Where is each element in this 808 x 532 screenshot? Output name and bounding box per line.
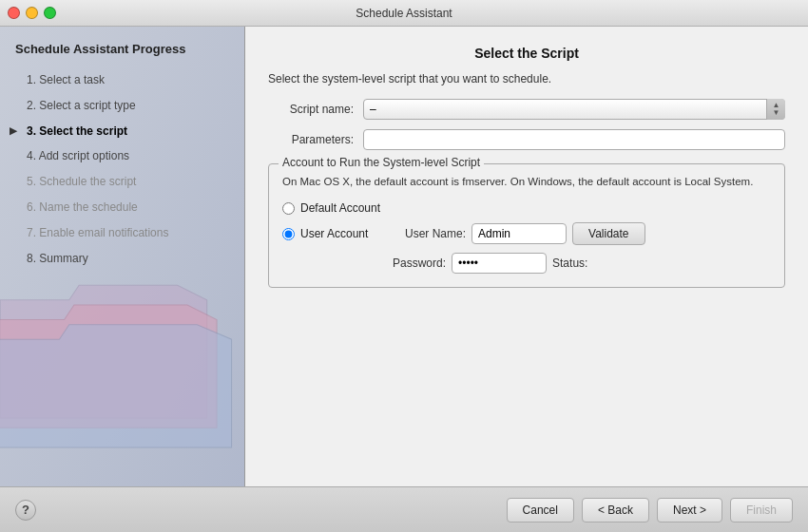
sidebar-item-select-script: 3. Select the script [0, 119, 244, 144]
next-button[interactable]: Next > [657, 498, 722, 522]
sidebar-title: Schedule Assistant Progress [0, 42, 244, 67]
user-name-input[interactable] [471, 223, 567, 244]
minimize-button[interactable] [26, 7, 38, 19]
finish-button[interactable]: Finish [730, 498, 793, 522]
group-box-description: On Mac OS X, the default account is fmse… [282, 174, 771, 190]
content-title: Select the Script [268, 46, 785, 61]
password-label: Password: [393, 256, 446, 270]
folder-decoration [0, 221, 244, 467]
user-account-radio[interactable] [282, 228, 295, 240]
maximize-button[interactable] [44, 7, 56, 19]
window-title: Schedule Assistant [356, 7, 452, 20]
user-name-label: User Name: [405, 227, 466, 240]
main-container: Schedule Assistant Progress 1. Select a … [0, 27, 808, 486]
title-bar: Schedule Assistant [0, 0, 808, 27]
sidebar-item-schedule-script: 5. Schedule the script [0, 169, 244, 195]
script-name-select[interactable]: – [363, 99, 785, 120]
script-name-row: Script name: – ▲▼ [268, 99, 785, 120]
default-account-radio[interactable] [282, 202, 295, 215]
sidebar-item-select-script-type: 2. Select a script type [0, 93, 244, 119]
default-account-label: Default Account [300, 201, 405, 215]
content-description: Select the system-level script that you … [268, 72, 785, 86]
password-input[interactable] [452, 253, 547, 274]
script-name-select-wrapper[interactable]: – ▲▼ [363, 99, 785, 120]
cancel-button[interactable]: Cancel [507, 498, 574, 522]
user-account-label: User Account [300, 227, 405, 240]
sidebar-item-select-task: 1. Select a task [0, 67, 244, 93]
user-account-fields: User Name: Validate [405, 222, 645, 245]
bottom-bar: ? Cancel < Back Next > Finish [0, 486, 808, 532]
window-controls[interactable] [8, 7, 56, 19]
sidebar-item-add-script-options: 4. Add script options [0, 143, 244, 169]
script-name-label: Script name: [268, 103, 363, 116]
sidebar: Schedule Assistant Progress 1. Select a … [0, 27, 245, 486]
status-label: Status: [552, 256, 587, 270]
help-button[interactable]: ? [15, 500, 36, 521]
validate-button[interactable]: Validate [572, 222, 644, 245]
account-group-box: Account to Run the System-level Script O… [268, 163, 785, 288]
parameters-row: Parameters: [268, 129, 785, 150]
bottom-right: Cancel < Back Next > Finish [507, 498, 793, 522]
default-account-row: Default Account [282, 201, 771, 215]
parameters-input[interactable] [363, 129, 785, 150]
parameters-label: Parameters: [268, 133, 363, 146]
group-box-title: Account to Run the System-level Script [279, 156, 484, 169]
bottom-left: ? [15, 500, 36, 521]
password-row: Password: Status: [393, 253, 771, 274]
user-account-row: User Account User Name: Validate [282, 222, 771, 245]
back-button[interactable]: < Back [582, 498, 649, 522]
content-area: Select the Script Select the system-leve… [245, 27, 808, 486]
close-button[interactable] [8, 7, 20, 19]
sidebar-item-name-schedule: 6. Name the schedule [0, 195, 244, 220]
